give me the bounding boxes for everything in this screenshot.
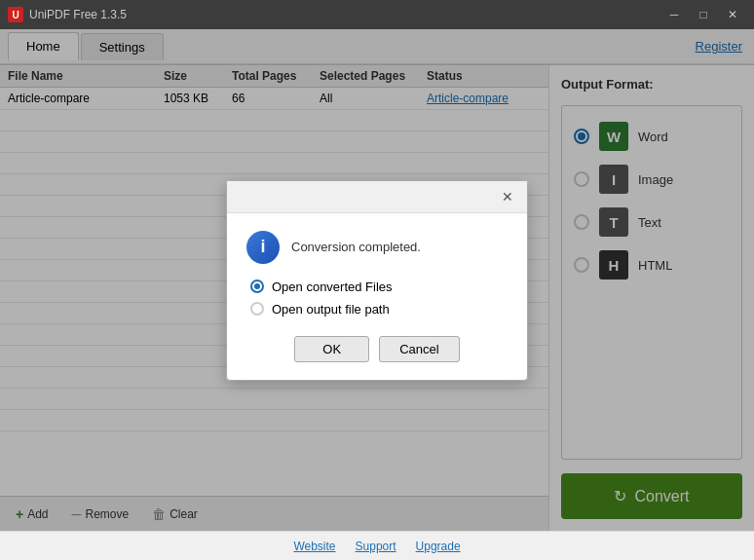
modal-overlay: ✕ i Conversion completed. Open converted… [0, 29, 754, 531]
minimize-button[interactable]: ─ [660, 5, 688, 24]
title-bar: U UniPDF Free 1.3.5 ─ □ ✕ [0, 0, 754, 29]
radio-open-files[interactable] [250, 280, 264, 293]
modal-footer: OK Cancel [246, 332, 508, 362]
modal-info-row: i Conversion completed. [246, 231, 508, 264]
website-link[interactable]: Website [293, 540, 335, 553]
radio-open-path[interactable] [250, 302, 264, 316]
footer: Website Support Upgrade [0, 531, 754, 560]
modal-close-button[interactable]: ✕ [498, 187, 517, 206]
support-link[interactable]: Support [356, 540, 396, 553]
modal-message: Conversion completed. [291, 240, 421, 254]
window-controls: ─ □ ✕ [660, 5, 746, 24]
maximize-button[interactable]: □ [690, 5, 717, 24]
modal-cancel-button[interactable]: Cancel [379, 336, 459, 362]
app-icon: U [8, 7, 23, 22]
open-files-label: Open converted Files [272, 280, 393, 294]
modal-option-open-path[interactable]: Open output file path [250, 302, 508, 317]
open-path-label: Open output file path [272, 302, 390, 317]
app-title: UniPDF Free 1.3.5 [29, 8, 660, 21]
modal-ok-button[interactable]: OK [294, 336, 369, 362]
modal-body: i Conversion completed. Open converted F… [227, 213, 527, 380]
upgrade-link[interactable]: Upgrade [416, 540, 461, 553]
close-button[interactable]: ✕ [719, 5, 746, 24]
modal-option-open-files[interactable]: Open converted Files [250, 280, 508, 294]
modal-dialog: ✕ i Conversion completed. Open converted… [226, 180, 528, 381]
modal-options: Open converted Files Open output file pa… [250, 280, 508, 317]
modal-titlebar: ✕ [227, 181, 527, 213]
info-icon: i [246, 231, 280, 264]
